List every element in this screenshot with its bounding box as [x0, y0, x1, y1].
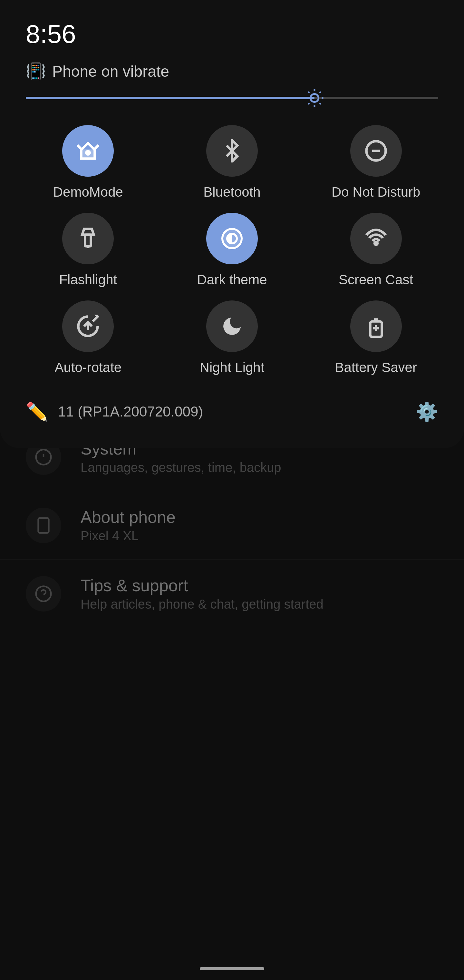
- quick-tiles-grid: DemoMode Bluetooth Do Not Disturb: [26, 125, 438, 375]
- flashlight-icon-circle: [62, 213, 114, 264]
- vibrate-label: Phone on vibrate: [52, 62, 169, 80]
- dnd-label: Do Not Disturb: [332, 185, 420, 200]
- vibrate-row: 📳 Phone on vibrate: [26, 62, 438, 81]
- quick-settings-panel: 8:56 📳 Phone on vibrate: [0, 0, 464, 448]
- night-light-icon-circle: [206, 301, 258, 352]
- tile-demo-mode[interactable]: DemoMode: [26, 125, 151, 200]
- battery-saver-label: Battery Saver: [335, 360, 416, 375]
- auto-rotate-icon-circle: [62, 301, 114, 352]
- home-indicator[interactable]: [200, 967, 264, 970]
- tile-battery-saver[interactable]: Battery Saver: [313, 301, 438, 375]
- auto-rotate-label: Auto-rotate: [54, 360, 121, 375]
- tile-bluetooth[interactable]: Bluetooth: [170, 125, 294, 200]
- svg-line-14: [308, 103, 310, 105]
- screen-cast-icon-circle: [350, 213, 402, 264]
- tile-night-light[interactable]: Night Light: [170, 301, 294, 375]
- flashlight-label: Flashlight: [59, 272, 117, 288]
- settings-icon[interactable]: ⚙️: [416, 401, 438, 422]
- demo-mode-icon: [62, 125, 114, 177]
- status-time: 8:56: [26, 19, 76, 49]
- svg-rect-19: [85, 235, 91, 246]
- svg-line-11: [319, 103, 321, 105]
- qs-footer-left: ✏️ 11 (RP1A.200720.009): [26, 401, 203, 422]
- dark-theme-icon-circle: [206, 213, 258, 264]
- brightness-track: [26, 97, 438, 99]
- svg-point-23: [374, 242, 377, 245]
- dark-theme-label: Dark theme: [197, 272, 267, 288]
- svg-point-16: [85, 150, 91, 156]
- bluetooth-label: Bluetooth: [203, 185, 261, 200]
- svg-line-15: [319, 92, 321, 93]
- bluetooth-icon-circle: [206, 125, 258, 177]
- tile-auto-rotate[interactable]: Auto-rotate: [26, 301, 151, 375]
- brightness-slider[interactable]: [26, 97, 438, 99]
- qs-version-label: 11 (RP1A.200720.009): [58, 404, 203, 420]
- demo-mode-label: DemoMode: [53, 185, 123, 200]
- qs-footer: ✏️ 11 (RP1A.200720.009) ⚙️: [26, 401, 438, 422]
- dnd-icon-circle: [350, 125, 402, 177]
- vibrate-icon: 📳: [26, 62, 46, 81]
- edit-icon[interactable]: ✏️: [26, 401, 48, 422]
- brightness-thumb: [303, 87, 326, 109]
- night-light-label: Night Light: [200, 360, 265, 375]
- svg-point-7: [311, 94, 319, 102]
- brightness-fill: [26, 97, 315, 99]
- svg-line-10: [308, 92, 310, 93]
- screen-cast-label: Screen Cast: [338, 272, 413, 288]
- status-bar: 8:56: [26, 19, 438, 49]
- tile-flashlight[interactable]: Flashlight: [26, 213, 151, 288]
- battery-saver-icon-circle: [350, 301, 402, 352]
- tile-screen-cast[interactable]: Screen Cast: [313, 213, 438, 288]
- tile-dark-theme[interactable]: Dark theme: [170, 213, 294, 288]
- tile-dnd[interactable]: Do Not Disturb: [313, 125, 438, 200]
